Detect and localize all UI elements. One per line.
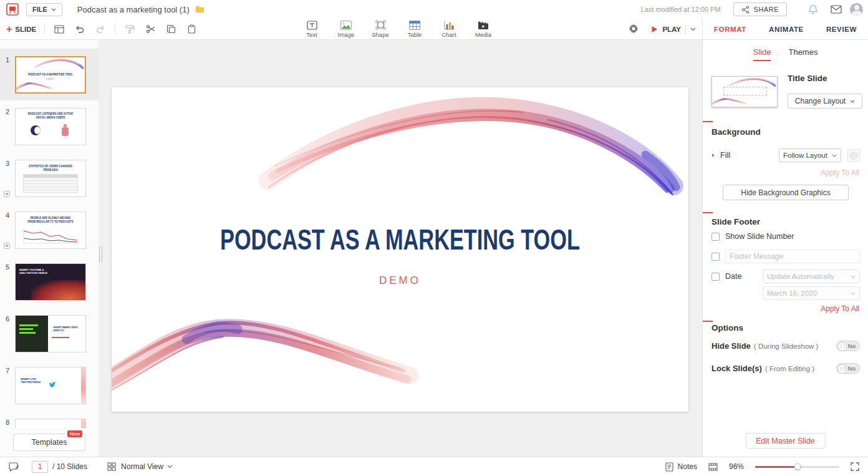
- insert-tools-group: Text Image Shape Table Chart: [299, 19, 496, 39]
- file-menu-label: FILE: [32, 6, 47, 13]
- notifications-icon[interactable]: [808, 4, 819, 15]
- thumb-table: [23, 174, 78, 193]
- expander-triangle-icon[interactable]: [711, 153, 715, 158]
- zoom-slider-handle[interactable]: [794, 464, 801, 470]
- folder-icon[interactable]: [195, 6, 205, 13]
- play-button[interactable]: PLAY: [651, 19, 696, 39]
- slide-thumbnail-5[interactable]: INSERT YOUTUBE & DAILY MOTION VIDEOS: [15, 263, 86, 301]
- tab-animate[interactable]: ANIMATE: [769, 26, 804, 33]
- document-title[interactable]: Podcast as a marketing tool (1): [77, 5, 190, 14]
- current-layout-thumbnail[interactable]: [711, 76, 778, 107]
- insert-text-button[interactable]: Text: [299, 19, 324, 39]
- fill-label: Fill: [720, 151, 730, 160]
- insert-media-label: Media: [475, 31, 491, 38]
- tab-themes[interactable]: Themes: [788, 47, 817, 61]
- apply-to-all-link[interactable]: Apply To All: [821, 304, 859, 313]
- separator: [44, 24, 45, 34]
- play-label: PLAY: [662, 26, 681, 33]
- format-painter-icon[interactable]: [123, 23, 136, 36]
- file-menu-button[interactable]: FILE: [26, 3, 62, 16]
- slide-row-3: 3 STATISTICS OF USERS CHANGED FROM 2019: [0, 152, 99, 204]
- thumb-title: PODCAST LISTENERS ARE ACTIVE SOCIAL MEDI…: [21, 112, 80, 119]
- chevron-down-icon[interactable]: [690, 27, 696, 31]
- insert-table-button[interactable]: Table: [402, 19, 427, 39]
- zoom-slider[interactable]: [755, 466, 839, 468]
- edit-master-slide-button[interactable]: Edit Master Slide: [746, 433, 826, 449]
- slide-sorter-icon[interactable]: [107, 462, 116, 471]
- thumb-accent: [81, 419, 85, 428]
- show-slide-number-label: Show Slide Number: [725, 232, 794, 241]
- slide-footer-heading: Slide Footer: [711, 217, 760, 226]
- chevron-down-icon[interactable]: [167, 465, 173, 469]
- date-label: Date: [725, 272, 741, 281]
- slide-thumbnail-8[interactable]: [15, 419, 86, 428]
- insert-image-button[interactable]: Image: [334, 19, 359, 39]
- slide-subtitle-textbox[interactable]: DEMO: [112, 274, 688, 287]
- slide-number: 2: [6, 108, 9, 115]
- slide-number: 1: [6, 56, 9, 64]
- add-slide-button[interactable]: + SLIDE: [6, 24, 36, 34]
- fullscreen-icon[interactable]: [851, 462, 859, 471]
- fill-color-swatch[interactable]: [847, 149, 860, 162]
- thumb-title: INSERT YOUTUBE & DAILY MOTION VIDEOS: [19, 268, 48, 274]
- footer-message-input[interactable]: [725, 250, 860, 263]
- tab-format[interactable]: FORMAT: [714, 26, 746, 33]
- slide-thumbnail-4[interactable]: PEOPLE ARE SLOWLY MOVING FROM REGULAR TV…: [15, 211, 86, 249]
- slide-canvas[interactable]: PODCAST AS A MARKETING TOOL DEMO: [112, 87, 688, 412]
- thumb-accent: [52, 337, 69, 338]
- slide-number: 8: [6, 419, 9, 426]
- undo-icon[interactable]: [74, 23, 86, 36]
- copy-icon[interactable]: [165, 23, 177, 36]
- insert-media-button[interactable]: Media: [471, 19, 496, 39]
- tab-slide[interactable]: Slide: [753, 47, 771, 61]
- insert-chart-button[interactable]: Chart: [436, 19, 461, 39]
- comments-icon[interactable]: [9, 462, 19, 472]
- date-checkbox[interactable]: [711, 273, 720, 281]
- plus-icon: +: [6, 24, 12, 34]
- app-logo-icon[interactable]: [6, 3, 19, 16]
- show-slide-number-checkbox[interactable]: [711, 233, 720, 241]
- view-mode-label[interactable]: Normal View: [121, 462, 163, 471]
- change-layout-button[interactable]: Change Layout: [788, 94, 862, 109]
- fill-select[interactable]: Follow Layout: [779, 148, 841, 162]
- user-avatar[interactable]: [850, 3, 863, 16]
- lock-slide-toggle[interactable]: No: [836, 363, 860, 374]
- notes-button[interactable]: Notes: [665, 462, 697, 472]
- panel-resize-handle[interactable]: [99, 246, 102, 263]
- slide-title-textbox[interactable]: PODCAST AS A MARKETING TOOL: [190, 223, 610, 256]
- slide-row-2: 2 PODCAST LISTENERS ARE ACTIVE SOCIAL ME…: [0, 100, 99, 152]
- tab-review[interactable]: REVIEW: [826, 26, 857, 33]
- date-value-select: March 16, 2020: [763, 286, 860, 300]
- hide-slide-toggle[interactable]: No: [836, 341, 860, 351]
- lock-slide-toggle-value: No: [848, 365, 856, 372]
- notes-label: Notes: [678, 462, 697, 471]
- media-icon: [478, 21, 489, 30]
- slide-thumbnail-7[interactable]: INSERT LIVE TWITTER FEEDS: [15, 367, 86, 404]
- slide-thumbnail-3[interactable]: STATISTICS OF USERS CHANGED FROM 2019: [15, 160, 86, 197]
- filmstrip-view-icon[interactable]: [708, 463, 718, 471]
- hide-background-graphics-button[interactable]: Hide Background Graphics: [723, 185, 849, 200]
- templates-button[interactable]: Templates New: [13, 434, 85, 451]
- settings-gear-icon[interactable]: [629, 24, 639, 36]
- toolbar-row: + SLIDE: [0, 19, 868, 40]
- paste-icon[interactable]: [185, 23, 198, 36]
- slide-thumbnail-2[interactable]: PODCAST LISTENERS ARE ACTIVE SOCIAL MEDI…: [15, 108, 86, 145]
- feedback-mail-icon[interactable]: [831, 5, 842, 14]
- footer-message-checkbox[interactable]: [711, 253, 720, 261]
- slide-thumbnail-6[interactable]: INSERT EMBED VIDEO DIRECTLY: [15, 315, 86, 352]
- cut-icon[interactable]: [144, 23, 157, 36]
- editor-canvas: PODCAST AS A MARKETING TOOL DEMO: [99, 40, 702, 457]
- slide-thumbnail-1[interactable]: PODCAST AS A MARKETING TOOL DEMO: [15, 56, 86, 94]
- slide-number: 6: [6, 315, 9, 323]
- fill-value: Follow Layout: [783, 152, 827, 159]
- current-slide-input[interactable]: 1: [32, 461, 48, 473]
- thumb-photo: [16, 316, 48, 352]
- slide-layout-icon[interactable]: [53, 23, 65, 36]
- share-button[interactable]: SHARE: [733, 2, 787, 16]
- insert-shape-button[interactable]: Shape: [368, 19, 393, 39]
- section-divider: [703, 212, 868, 213]
- redo-icon[interactable]: [94, 23, 107, 36]
- apply-to-all-disabled: Apply To All: [821, 168, 859, 177]
- separator: [115, 24, 115, 34]
- zoom-slider-fill: [755, 466, 798, 468]
